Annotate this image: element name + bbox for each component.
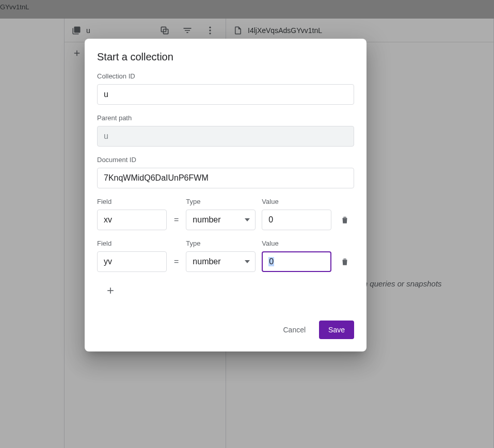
field-value-input[interactable] [262, 210, 331, 230]
field-name-input[interactable] [97, 210, 167, 230]
delete-field-button[interactable] [338, 251, 352, 272]
field-row: Field = Type number Value [97, 198, 354, 230]
type-select[interactable]: number [186, 210, 256, 230]
cancel-button[interactable]: Cancel [274, 321, 315, 339]
value-label: Value [262, 198, 331, 205]
document-id-input[interactable] [97, 168, 354, 188]
type-select-value: number [193, 215, 220, 225]
delete-field-button[interactable] [338, 210, 352, 230]
document-id-label: Document ID [97, 156, 354, 164]
type-label: Type [186, 239, 256, 247]
value-label: Value [262, 239, 331, 247]
parent-path-label: Parent path [97, 114, 354, 122]
start-collection-dialog: Start a collection Collection ID Parent … [85, 39, 366, 351]
field-label: Field [97, 239, 167, 247]
type-select[interactable]: number [186, 251, 256, 272]
field-row: Field = Type number Value 0 [97, 239, 354, 272]
field-value-input[interactable]: 0 [262, 251, 331, 272]
dialog-title: Start a collection [97, 51, 354, 63]
add-field-button[interactable] [101, 281, 120, 300]
collection-id-input[interactable] [97, 84, 354, 105]
collection-id-label: Collection ID [97, 72, 354, 80]
parent-path-input [97, 126, 354, 147]
type-select-value: number [193, 257, 220, 266]
dialog-actions: Cancel Save [97, 321, 354, 339]
field-label: Field [97, 198, 167, 205]
chevron-down-icon [245, 218, 250, 221]
save-button[interactable]: Save [319, 321, 354, 339]
equals-sign: = [173, 251, 180, 272]
equals-sign: = [173, 210, 180, 230]
type-label: Type [186, 198, 256, 205]
field-name-input[interactable] [97, 251, 167, 272]
chevron-down-icon [245, 260, 250, 263]
